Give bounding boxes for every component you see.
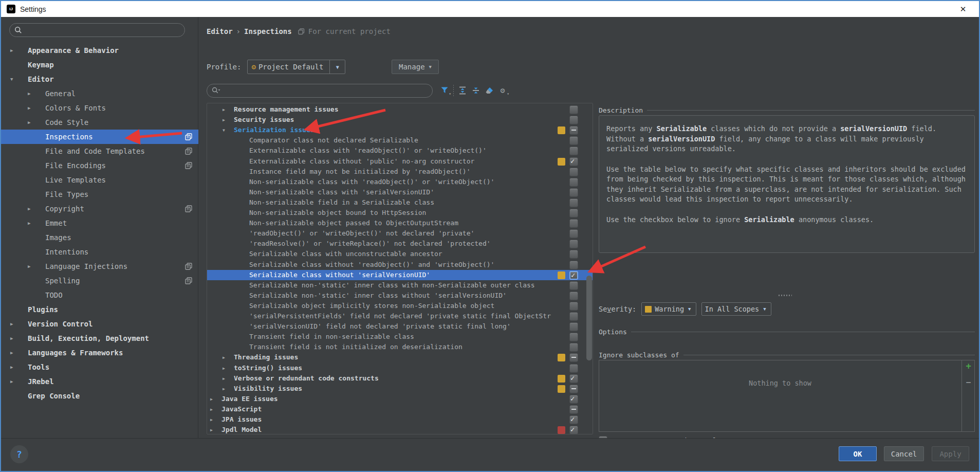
sidebar-item-tools[interactable]: ▶Tools — [1, 360, 198, 374]
chevron-collapsed-icon[interactable]: ▶ — [223, 387, 225, 391]
sidebar-item-emmet[interactable]: ▶Emmet — [1, 216, 198, 230]
inspection-checkbox[interactable] — [569, 302, 578, 311]
inspection-row-serializable-non-static-inner-class-without-seri[interactable]: Serializable non-'static' inner class wi… — [207, 291, 593, 301]
inspection-row-serializable-class-without-readobject-and-writeo[interactable]: Serializable class without 'readObject()… — [207, 260, 593, 270]
inspection-checkbox[interactable]: ✓ — [569, 157, 578, 166]
inspection-row-tostring-issues[interactable]: ▶toString() issues — [207, 363, 593, 373]
chevron-expanded-icon[interactable]: ▼ — [223, 128, 225, 133]
sidebar-item-code-style[interactable]: ▶Code Style — [1, 115, 198, 130]
tree-scrollbar[interactable] — [586, 103, 593, 434]
inspection-checkbox[interactable]: ✓ — [569, 374, 578, 383]
inspection-row-security-issues[interactable]: ▶Security issues — [207, 115, 593, 125]
chevron-down-icon[interactable]: ▼ — [329, 60, 345, 74]
inspection-checkbox[interactable]: ✓ — [569, 415, 578, 424]
inspection-checkbox[interactable] — [569, 105, 578, 114]
breadcrumb-editor[interactable]: Editor — [207, 27, 233, 35]
inspection-checkbox[interactable] — [569, 292, 578, 300]
inspections-search-input[interactable] — [207, 84, 433, 98]
inspection-checkbox[interactable] — [569, 198, 578, 207]
chevron-collapsed-icon[interactable]: ▶ — [28, 105, 30, 111]
severity-select[interactable]: Warning ▼ — [641, 302, 696, 316]
close-icon[interactable]: ✕ — [954, 1, 972, 17]
inspection-row-externalizable-class-without-public-no-arg-const[interactable]: Externalizable class without 'public' no… — [207, 156, 593, 167]
chevron-collapsed-icon[interactable]: ▶ — [10, 350, 13, 355]
sidebar-item-general[interactable]: ▶General — [1, 86, 198, 101]
sidebar-item-copyright[interactable]: ▶Copyright — [1, 202, 198, 216]
inspection-checkbox[interactable] — [569, 364, 578, 373]
splitter-handle[interactable] — [779, 295, 792, 296]
sidebar-item-inspections[interactable]: Inspections — [1, 130, 198, 144]
inspection-checkbox[interactable] — [569, 219, 578, 228]
inspection-row-non-serializable-class-with-serialversionuid[interactable]: Non-serializable class with 'serialVersi… — [207, 187, 593, 197]
sidebar-item-grep-console[interactable]: Grep Console — [1, 389, 198, 403]
sidebar-item-file-types[interactable]: File Types — [1, 187, 198, 202]
inspection-checkbox[interactable] — [569, 240, 578, 248]
gear-icon[interactable]: ⚙ ▾ — [496, 84, 509, 97]
remove-icon[interactable]: − — [964, 379, 973, 388]
sidebar-item-languages-frameworks[interactable]: ▶Languages & Frameworks — [1, 346, 198, 360]
inspection-checkbox[interactable] — [569, 188, 578, 197]
inspection-row-externalizable-class-with-readobject-or-writeobj[interactable]: Externalizable class with 'readObject()'… — [207, 146, 593, 156]
scope-select[interactable]: In All Scopes ▼ — [701, 302, 771, 316]
chevron-collapsed-icon[interactable]: ▶ — [10, 48, 13, 53]
inspection-checkbox[interactable] — [569, 178, 578, 187]
inspection-checkbox[interactable]: ✓ — [569, 271, 578, 280]
inspection-row-serializable-non-static-inner-class-with-non-ser[interactable]: Serializable non-'static' inner class wi… — [207, 280, 593, 291]
inspection-row-non-serializable-object-passed-to-objectoutputst[interactable]: Non-serializable object passed to Object… — [207, 218, 593, 228]
inspection-row-threading-issues[interactable]: ▶Threading issues — [207, 352, 593, 362]
inspection-checkbox[interactable] — [569, 312, 578, 321]
inspection-checkbox[interactable] — [569, 209, 578, 217]
sidebar-item-appearance-behavior[interactable]: ▶Appearance & Behavior — [1, 43, 198, 58]
sidebar-search-input[interactable] — [9, 23, 185, 37]
chevron-collapsed-icon[interactable]: ▶ — [28, 264, 30, 269]
chevron-collapsed-icon[interactable]: ▶ — [28, 221, 30, 226]
inspection-checkbox[interactable] — [569, 147, 578, 155]
inspection-row-transient-field-in-non-serializable-class[interactable]: Transient field in non-serializable clas… — [207, 332, 593, 342]
sidebar-item-plugins[interactable]: Plugins — [1, 302, 198, 317]
manage-button[interactable]: Manage▼ — [392, 60, 439, 74]
inspection-row-non-serializable-class-with-readobject-or-writeo[interactable]: Non-serializable class with 'readObject(… — [207, 177, 593, 187]
sidebar-item-todo[interactable]: TODO — [1, 288, 198, 302]
chevron-collapsed-icon[interactable]: ▶ — [210, 417, 213, 422]
apply-button[interactable]: Apply — [932, 446, 969, 461]
reset-eraser-icon[interactable] — [483, 84, 496, 97]
inspection-row-verbose-or-redundant-code-constructs[interactable]: ▶Verbose or redundant code constructs✓ — [207, 373, 593, 384]
inspection-row-javascript[interactable]: ▶JavaScript — [207, 404, 593, 414]
inspection-row-java-ee-issues[interactable]: ▶Java EE issues✓ — [207, 394, 593, 404]
chevron-collapsed-icon[interactable]: ▶ — [210, 397, 213, 402]
inspection-checkbox[interactable] — [569, 343, 578, 352]
filter-funnel-icon[interactable]: ▾ — [438, 84, 451, 97]
inspection-row-visibility-issues[interactable]: ▶Visibility issues — [207, 384, 593, 394]
inspection-row-serializable-class-without-serialversionuid[interactable]: Serializable class without 'serialVersio… — [207, 270, 593, 280]
add-icon[interactable]: + — [964, 362, 973, 371]
chevron-collapsed-icon[interactable]: ▶ — [10, 336, 13, 341]
sidebar-item-jrebel[interactable]: ▶JRebel — [1, 374, 198, 389]
inspection-row-instance-field-may-not-be-initialized-by-readobj[interactable]: Instance field may not be initialized by… — [207, 167, 593, 177]
sidebar-item-version-control[interactable]: ▶Version Control — [1, 317, 198, 331]
chevron-collapsed-icon[interactable]: ▶ — [223, 355, 225, 360]
ignore-subclasses-list[interactable]: Nothing to show + − — [599, 360, 975, 432]
sidebar-item-keymap[interactable]: Keymap — [1, 58, 198, 72]
inspection-checkbox[interactable] — [569, 136, 578, 145]
inspection-checkbox[interactable] — [569, 333, 578, 341]
inspection-checkbox[interactable] — [569, 353, 578, 362]
inspection-row-serialversionuid-field-not-declared-private-stat[interactable]: 'serialVersionUID' field not declared 'p… — [207, 321, 593, 332]
inspection-row-serialization-issues[interactable]: ▼Serialization issues — [207, 125, 593, 135]
chevron-collapsed-icon[interactable]: ▶ — [210, 428, 213, 432]
inspection-row-comparator-class-not-declared-serializable[interactable]: Comparator class not declared Serializab… — [207, 135, 593, 146]
inspection-row-jpdl-model[interactable]: ▶Jpdl Model✓ — [207, 425, 593, 434]
sidebar-item-file-encodings[interactable]: File Encodings — [1, 158, 198, 173]
inspection-row-serializable-class-with-unconstructable-ancestor[interactable]: Serializable class with unconstructable … — [207, 249, 593, 259]
sidebar-item-intentions[interactable]: Intentions — [1, 245, 198, 259]
help-icon[interactable]: ? — [10, 445, 28, 463]
chevron-collapsed-icon[interactable]: ▶ — [28, 91, 30, 96]
sidebar-item-editor[interactable]: ▼Editor — [1, 72, 198, 86]
chevron-collapsed-icon[interactable]: ▶ — [223, 107, 225, 112]
inspection-checkbox[interactable] — [569, 250, 578, 259]
inspection-row-resource-management-issues[interactable]: ▶Resource management issues — [207, 104, 593, 115]
chevron-collapsed-icon[interactable]: ▶ — [223, 366, 225, 371]
sidebar-item-build-execution-deployment[interactable]: ▶Build, Execution, Deployment — [1, 331, 198, 346]
chevron-collapsed-icon[interactable]: ▶ — [28, 120, 30, 125]
sidebar-item-file-and-code-templates[interactable]: File and Code Templates — [1, 144, 198, 158]
sidebar-item-live-templates[interactable]: Live Templates — [1, 173, 198, 187]
